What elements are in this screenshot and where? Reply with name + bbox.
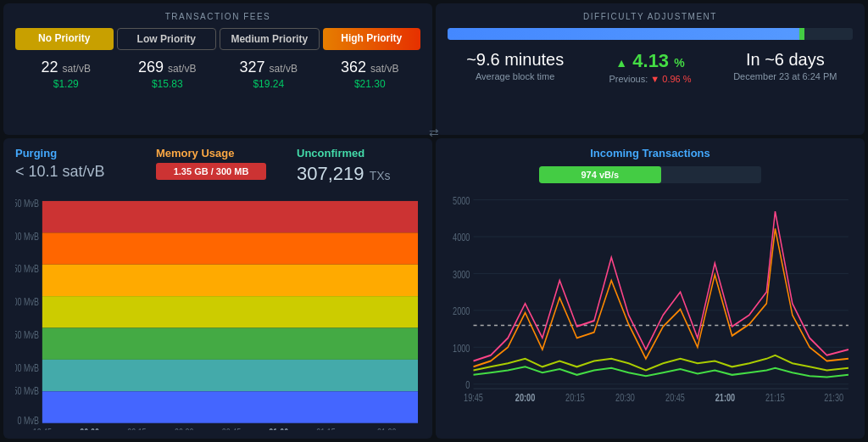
tab-high-priority[interactable]: High Priority [323,28,421,50]
fee-low-usd: $15.83 [117,78,219,90]
svg-text:150 MvB: 150 MvB [15,328,39,340]
difficulty-change-stat: ▲ 4.13 % Previous: ▼ 0.96 % [582,50,717,84]
purging-value: < 10.1 sat/vB [15,163,139,181]
svg-text:4000: 4000 [453,232,470,243]
purging-label: Purging [15,147,139,159]
memory-label: Memory Usage [156,147,280,159]
difficulty-change-value: ▲ 4.13 % [582,50,717,72]
svg-text:2000: 2000 [453,305,470,317]
svg-text:20:15: 20:15 [127,426,146,430]
memory-stat: Memory Usage 1.35 GB / 300 MB [156,147,280,180]
fee-low-sat: 269 sat/vB [117,59,219,76]
fee-high-usd: $21.30 [320,78,421,90]
svg-text:21:30: 21:30 [824,392,843,404]
mempool-chart-svg: 350 MvB 300 MvB 250 MvB 200 MvB 150 MvB … [15,195,420,430]
svg-text:20:15: 20:15 [565,392,585,404]
fee-no-sat: 22 sat/vB [15,59,117,76]
svg-text:50 MvB: 50 MvB [15,385,39,397]
incoming-chart-svg: 5000 4000 3000 2000 1000 0 19:45 20:00 2… [448,188,853,430]
mempool-chart-area: 350 MvB 300 MvB 250 MvB 200 MvB 150 MvB … [15,195,420,430]
svg-rect-9 [42,232,418,264]
tab-low-priority[interactable]: Low Priority [117,28,217,50]
svg-rect-10 [42,265,418,296]
avg-block-time-stat: ~9.6 minutes Average block time [448,50,582,81]
svg-text:350 MvB: 350 MvB [15,197,39,209]
svg-text:21:00: 21:00 [715,392,735,404]
tab-no-priority[interactable]: No Priority [15,28,114,50]
unconfirmed-label: Unconfirmed [297,147,420,159]
svg-text:3000: 3000 [453,269,470,281]
svg-text:200 MvB: 200 MvB [15,296,39,308]
difficulty-date: December 23 at 6:24 PM [718,71,853,81]
svg-text:100 MvB: 100 MvB [15,361,39,373]
svg-text:0: 0 [465,379,470,391]
mempool-panel: Purging < 10.1 sat/vB Memory Usage 1.35 … [3,138,432,439]
svg-text:1000: 1000 [453,342,470,354]
fee-high-sat: 362 sat/vB [320,59,421,76]
fee-no-usd: $1.29 [15,78,117,90]
difficulty-stats: ~9.6 minutes Average block time ▲ 4.13 %… [448,50,853,84]
svg-text:19:45: 19:45 [464,392,483,404]
svg-text:20:00: 20:00 [515,392,535,404]
incoming-chart-area: 5000 4000 3000 2000 1000 0 19:45 20:00 2… [448,188,853,430]
svg-text:300 MvB: 300 MvB [15,230,39,242]
difficulty-bar-container [448,28,853,40]
difficulty-panel: DIFFICULTY ADJUSTMENT ~9.6 minutes Avera… [436,3,865,135]
svg-text:19:45: 19:45 [33,426,52,430]
up-arrow-icon: ▲ [615,56,627,70]
svg-rect-13 [42,360,418,391]
swap-icon: ⇄ [429,126,439,139]
avg-block-time-value: ~9.6 minutes [448,50,582,70]
svg-text:20:45: 20:45 [222,426,241,430]
difficulty-days-stat: In ~6 days December 23 at 6:24 PM [718,50,853,81]
fee-no-priority: 22 sat/vB $1.29 [15,59,117,90]
memory-bar: 1.35 GB / 300 MB [156,163,266,180]
incoming-title: Incoming Transactions [448,147,853,159]
svg-text:5000: 5000 [453,195,470,207]
svg-rect-12 [42,328,418,360]
unconfirmed-stat: Unconfirmed 307,219 TXs [297,147,420,185]
svg-text:21:15: 21:15 [316,426,335,430]
svg-rect-8 [42,201,418,232]
priority-tabs: No Priority Low Priority Medium Priority… [15,28,420,50]
difficulty-bar-marker [799,28,804,40]
svg-text:20:00: 20:00 [80,426,99,430]
fee-values: 22 sat/vB $1.29 269 sat/vB $15.83 327 sa… [15,59,420,90]
svg-text:20:45: 20:45 [665,392,685,404]
svg-text:0 MvB: 0 MvB [18,415,39,427]
svg-text:21:15: 21:15 [765,392,785,404]
difficulty-title: DIFFICULTY ADJUSTMENT [448,12,853,21]
svg-text:20:30: 20:30 [175,426,193,430]
difficulty-prev: Previous: ▼ 0.96 % [582,74,717,84]
avg-block-time-label: Average block time [448,71,582,81]
fee-med-priority: 327 sat/vB $19.24 [218,59,320,90]
difficulty-bar-fill [448,28,804,40]
purging-stat: Purging < 10.1 sat/vB [15,147,139,181]
unconfirmed-value: 307,219 TXs [297,163,420,185]
svg-text:21:30: 21:30 [377,426,396,430]
mempool-stats: Purging < 10.1 sat/vB Memory Usage 1.35 … [15,147,420,185]
svg-text:20:30: 20:30 [615,392,635,404]
tab-med-priority[interactable]: Medium Priority [220,28,320,50]
svg-rect-14 [42,391,418,422]
fee-med-sat: 327 sat/vB [218,59,320,76]
fee-med-usd: $19.24 [218,78,320,90]
svg-rect-11 [42,296,418,327]
svg-text:21:00: 21:00 [269,426,288,430]
transaction-fees-panel: TRANSACTION FEES No Priority Low Priorit… [3,3,432,135]
tx-fees-title: TRANSACTION FEES [15,12,420,21]
prev-down-arrow: ▼ 0.96 % [650,74,691,84]
fee-low-priority: 269 sat/vB $15.83 [117,59,219,90]
incoming-transactions-panel: Incoming Transactions 974 vB/s 5000 4000… [436,138,865,439]
fee-high-priority: 362 sat/vB $21.30 [320,59,421,90]
svg-text:250 MvB: 250 MvB [15,263,39,275]
difficulty-days-value: In ~6 days [718,50,853,70]
incoming-bar: 974 vB/s [539,166,662,183]
